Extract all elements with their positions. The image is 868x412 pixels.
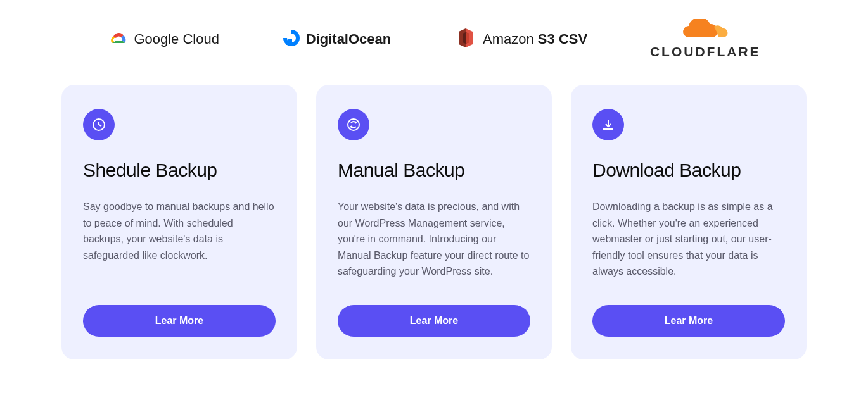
svg-rect-1	[286, 42, 288, 45]
cloudflare-label: CLOUDFLARE	[650, 44, 761, 59]
digitalocean-label: DigitalOcean	[306, 31, 391, 47]
amazon-s3-logo: Amazon S3 CSV	[454, 26, 587, 53]
card-description: Your website's data is precious, and wit…	[338, 199, 530, 280]
svg-rect-2	[284, 41, 286, 42]
learn-more-button[interactable]: Lear More	[83, 305, 276, 337]
card-schedule-backup: Shedule Backup Say goodbye to manual bac…	[61, 85, 297, 359]
svg-rect-0	[288, 39, 292, 42]
download-icon	[592, 109, 624, 140]
refresh-icon	[338, 109, 369, 140]
digitalocean-icon	[282, 28, 301, 50]
learn-more-button[interactable]: Lear More	[592, 305, 785, 337]
google-cloud-logo: Google Cloud	[107, 29, 219, 49]
card-title: Manual Backup	[338, 159, 530, 181]
learn-more-button[interactable]: Lear More	[338, 305, 530, 337]
svg-marker-6	[466, 32, 469, 44]
feature-cards: Shedule Backup Say goodbye to manual bac…	[0, 85, 868, 359]
card-description: Downloading a backup is as simple as a c…	[592, 199, 785, 280]
amazon-s3-label: Amazon S3 CSV	[483, 31, 587, 47]
card-title: Download Backup	[592, 159, 785, 181]
digitalocean-logo: DigitalOcean	[282, 28, 391, 50]
svg-point-8	[348, 119, 359, 130]
clock-icon	[83, 109, 115, 140]
google-cloud-label: Google Cloud	[134, 31, 219, 47]
card-title: Shedule Backup	[83, 159, 276, 181]
cloudflare-icon	[680, 19, 731, 43]
providers-logos: Google Cloud DigitalOcean Amazon S3 CSV	[0, 0, 868, 85]
cloudflare-logo: CLOUDFLARE	[650, 19, 761, 59]
card-manual-backup: Manual Backup Your website's data is pre…	[316, 85, 552, 359]
amazon-s3-icon	[454, 26, 478, 53]
google-cloud-icon	[107, 29, 129, 49]
card-description: Say goodbye to manual backups and hello …	[83, 199, 276, 280]
card-download-backup: Download Backup Downloading a backup is …	[571, 85, 807, 359]
